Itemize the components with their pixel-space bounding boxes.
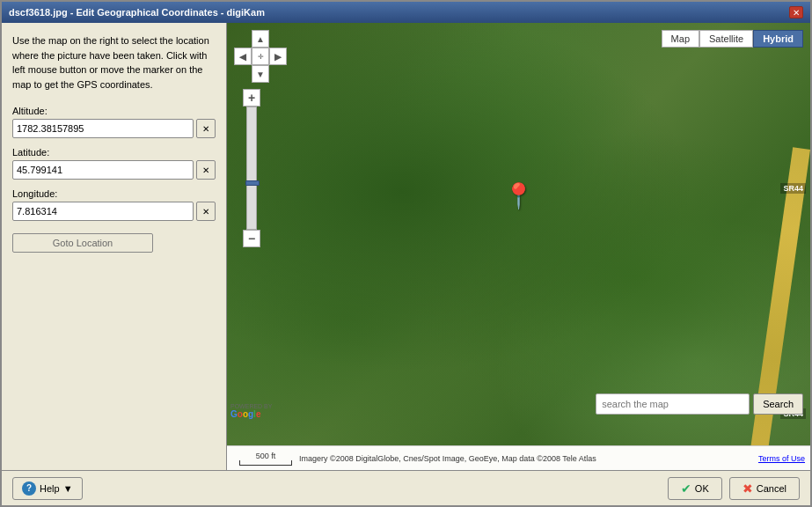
search-row: Search (596, 393, 803, 415)
longitude-clear-button[interactable]: ✕ (196, 202, 216, 221)
ok-check-icon: ✔ (681, 481, 691, 496)
nav-center-button[interactable]: ✛ (252, 48, 269, 65)
altitude-input[interactable] (12, 119, 194, 138)
nav-down-button[interactable]: ▼ (252, 65, 269, 83)
help-button[interactable]: ? Help ▼ (12, 477, 83, 500)
main-content: Use the map on the right to select the l… (2, 23, 810, 470)
nav-left-button[interactable]: ◀ (234, 48, 252, 65)
zoom-in-button[interactable]: + (243, 89, 260, 107)
goto-location-button[interactable]: Goto Location (12, 233, 153, 253)
map-type-hybrid-button[interactable]: Hybrid (753, 30, 803, 48)
footer-right-buttons: ✔ OK ✖ Cancel (668, 477, 800, 500)
zoom-controls: + − (243, 89, 260, 247)
terms-of-use-link[interactable]: Terms of Use (758, 454, 805, 463)
map-type-buttons: Map Satellite Hybrid (662, 30, 803, 48)
cancel-button[interactable]: ✖ Cancel (729, 477, 800, 500)
nav-middle-row: ◀ ✛ ▶ (234, 48, 287, 65)
ok-label: OK (695, 483, 709, 494)
latitude-row: ✕ (12, 160, 216, 180)
google-logo: Google (230, 409, 260, 419)
scale-label: 500 ft (256, 452, 276, 460)
footer-bar: ? Help ▼ ✔ OK ✖ Cancel (2, 470, 810, 505)
clear-icon: ✕ (202, 124, 209, 134)
map-marker[interactable]: 📍 (503, 184, 534, 209)
help-icon: ? (22, 481, 36, 496)
cancel-label: Cancel (757, 483, 786, 494)
longitude-input[interactable] (12, 202, 194, 221)
instructions-text: Use the map on the right to select the l… (12, 33, 216, 92)
cancel-x-icon: ✖ (743, 481, 753, 496)
clear-icon: ✕ (202, 207, 209, 217)
latitude-label: Latitude: (12, 147, 216, 158)
zoom-slider-thumb (245, 180, 260, 186)
map-navigation-controls: ▲ ◀ ✛ ▶ ▼ (234, 30, 287, 83)
zoom-slider[interactable] (246, 107, 257, 230)
map-bottom-bar: 500 ft Imagery ©2008 DigitalGlobe, Cnes/… (227, 445, 810, 470)
help-icon-label: ? (26, 483, 32, 493)
clear-icon: ✕ (202, 165, 209, 175)
left-panel: Use the map on the right to select the l… (2, 23, 226, 470)
altitude-clear-button[interactable]: ✕ (196, 119, 216, 138)
altitude-row: ✕ (12, 119, 216, 138)
nav-up-button[interactable]: ▲ (252, 30, 269, 48)
close-button[interactable]: ✕ (789, 6, 803, 18)
search-button[interactable]: Search (753, 393, 803, 415)
map-type-satellite-button[interactable]: Satellite (699, 30, 753, 48)
zoom-out-button[interactable]: − (243, 230, 260, 247)
title-bar: dscf3618.jpg - Edit Geographical Coordin… (2, 2, 810, 23)
map-type-map-button[interactable]: Map (662, 30, 699, 48)
map-container[interactable]: SR44 SR44 📍 ▲ ◀ ✛ ▶ ▼ + (227, 23, 810, 445)
window-title: dscf3618.jpg - Edit Geographical Coordin… (9, 7, 265, 18)
right-panel: SR44 SR44 📍 ▲ ◀ ✛ ▶ ▼ + (226, 23, 810, 470)
scale-line (239, 460, 292, 466)
main-window: dscf3618.jpg - Edit Geographical Coordin… (0, 0, 812, 507)
scale-bar: 500 ft (239, 452, 292, 466)
latitude-input[interactable] (12, 160, 194, 180)
longitude-label: Longitude: (12, 188, 216, 199)
powered-by-label: POWERED BY (230, 403, 272, 409)
ok-button[interactable]: ✔ OK (668, 477, 722, 500)
road-label-1: SR44 (780, 183, 806, 194)
map-background (227, 23, 810, 445)
help-chevron-icon: ▼ (63, 483, 73, 494)
help-label: Help (40, 483, 60, 494)
nav-right-button[interactable]: ▶ (269, 48, 287, 65)
copyright-text: Imagery ©2008 DigitalGlobe, Cnes/Spot Im… (299, 454, 596, 463)
longitude-row: ✕ (12, 202, 216, 221)
search-input[interactable] (596, 393, 750, 415)
powered-by-text: POWERED BY Google (230, 403, 272, 419)
latitude-clear-button[interactable]: ✕ (196, 160, 216, 180)
altitude-label: Altitude: (12, 106, 216, 116)
